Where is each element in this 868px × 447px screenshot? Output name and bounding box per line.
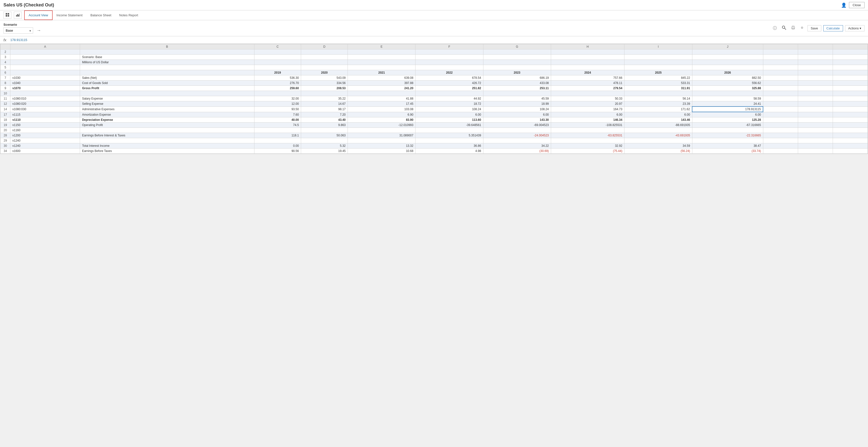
settings-button[interactable]	[799, 25, 806, 31]
cell-value[interactable]: 9.863	[301, 123, 347, 128]
cell-value[interactable]	[301, 138, 347, 143]
cell-value[interactable]: 56.14	[624, 96, 692, 101]
cell-value[interactable]: 7.60	[254, 112, 301, 117]
scenario-select[interactable]: Base	[3, 27, 33, 34]
info-button[interactable]: ⓘ	[771, 25, 778, 31]
cell-value[interactable]	[415, 138, 483, 143]
cell-value[interactable]	[551, 91, 624, 96]
cell-value[interactable]	[551, 55, 624, 60]
cell-value[interactable]: 143.30	[483, 117, 551, 123]
cell-value[interactable]	[483, 65, 551, 70]
cell-value[interactable]: 18.99	[483, 101, 551, 107]
cell-value[interactable]: 44.92	[415, 96, 483, 101]
cell-value[interactable]: 5.32	[301, 143, 347, 149]
cell-value[interactable]: -67.316665	[692, 123, 763, 128]
cell-value[interactable]: 6.00	[483, 112, 551, 117]
cell-value[interactable]	[415, 60, 483, 65]
cell-value[interactable]: 6.00	[624, 112, 692, 117]
cell-value[interactable]: 32.00	[254, 96, 301, 101]
cell-value[interactable]: 74.5	[254, 123, 301, 128]
cell-value[interactable]	[692, 128, 763, 133]
cell-value[interactable]: 882.50	[692, 76, 763, 81]
cell-value[interactable]: 45.59	[483, 96, 551, 101]
cell-value[interactable]: 43.40	[301, 117, 347, 123]
cell-value[interactable]	[483, 138, 551, 143]
cell-value[interactable]: 686.19	[483, 76, 551, 81]
cell-value[interactable]: 108.24	[415, 107, 483, 112]
cell-value[interactable]: 19.45	[301, 149, 347, 154]
cell-value[interactable]: 34.59	[624, 143, 692, 149]
cell-value[interactable]: 93.50	[254, 107, 301, 112]
cell-value[interactable]: 23.39	[624, 101, 692, 107]
cell-value[interactable]	[624, 138, 692, 143]
cell-value[interactable]	[415, 65, 483, 70]
cell-value[interactable]: 543.09	[301, 76, 347, 81]
actions-button[interactable]: Actions ▾	[845, 25, 865, 31]
cell-value[interactable]: 208.53	[301, 86, 347, 91]
cell-value[interactable]: 58.59	[692, 96, 763, 101]
cell-value[interactable]	[551, 128, 624, 133]
cell-value[interactable]: 6.00	[692, 112, 763, 117]
cell-value[interactable]: 103.08	[348, 107, 415, 112]
cell-value[interactable]	[348, 65, 415, 70]
cell-value[interactable]	[483, 60, 551, 65]
cell-value[interactable]	[348, 60, 415, 65]
cell-value[interactable]: 426.72	[415, 81, 483, 86]
cell-value[interactable]	[692, 50, 763, 55]
tab-income-statement[interactable]: Income Statement	[53, 10, 87, 20]
cell-value[interactable]: 50.063	[301, 133, 347, 138]
cell-value[interactable]: 433.08	[483, 81, 551, 86]
cell-value[interactable]	[692, 65, 763, 70]
cell-value[interactable]: 40.00	[254, 117, 301, 123]
tab-account-view[interactable]: Account View	[24, 10, 53, 20]
cell-value[interactable]: 146.34	[551, 117, 624, 123]
cell-value[interactable]	[483, 91, 551, 96]
grid-view-button[interactable]	[3, 11, 11, 19]
cell-value[interactable]	[624, 50, 692, 55]
cell-value[interactable]: 478.11	[551, 81, 624, 86]
cell-value[interactable]: 251.82	[415, 86, 483, 91]
cell-value[interactable]	[692, 60, 763, 65]
cell-value[interactable]: 533.31	[624, 81, 692, 86]
cell-value[interactable]	[348, 50, 415, 55]
cell-value[interactable]	[254, 138, 301, 143]
cell-value[interactable]: 536.30	[254, 76, 301, 81]
cell-value[interactable]: 24.41	[692, 101, 763, 107]
cell-value[interactable]: (56.24)	[624, 149, 692, 154]
cell-value[interactable]: 0.00	[254, 143, 301, 149]
cell-value[interactable]	[624, 65, 692, 70]
cell-value[interactable]: 6.00	[415, 112, 483, 117]
cell-value[interactable]: 13.32	[348, 143, 415, 149]
cell-value[interactable]	[301, 55, 347, 60]
cell-value[interactable]: 98.17	[301, 107, 347, 112]
cell-value[interactable]: 18.72	[415, 101, 483, 107]
cell-value[interactable]: 38.47	[692, 143, 763, 149]
cell-value[interactable]	[483, 128, 551, 133]
cell-value[interactable]	[348, 91, 415, 96]
cell-value[interactable]: -69.004523	[483, 123, 551, 128]
cell-value[interactable]	[254, 128, 301, 133]
cell-value[interactable]: 12.00	[254, 101, 301, 107]
cell-value[interactable]: 334.56	[301, 81, 347, 86]
cell-value[interactable]: -12.010993	[348, 123, 415, 128]
search-button[interactable]	[780, 25, 788, 31]
cell-value[interactable]: -63.825531	[551, 133, 624, 138]
cell-value[interactable]	[483, 50, 551, 55]
scenario-arrow-button[interactable]: →	[35, 27, 42, 34]
cell-value[interactable]: (75.44)	[551, 149, 624, 154]
cell-value[interactable]: 20.97	[551, 101, 624, 107]
cell-value[interactable]: 14.67	[301, 101, 347, 107]
cell-value[interactable]: 639.08	[348, 76, 415, 81]
cell-value[interactable]: 276.70	[254, 81, 301, 86]
cell-value[interactable]: 90.56	[254, 149, 301, 154]
cell-value[interactable]: 279.54	[551, 86, 624, 91]
cell-value[interactable]: 4.98	[415, 149, 483, 154]
cell-value[interactable]: 757.66	[551, 76, 624, 81]
cell-value[interactable]: 31.089007	[348, 133, 415, 138]
close-button[interactable]: Close	[849, 2, 865, 8]
cell-value[interactable]: 2023	[483, 70, 551, 76]
cell-value[interactable]: 36.86	[415, 143, 483, 149]
cell-value[interactable]	[301, 128, 347, 133]
cell-value[interactable]: 164.73	[551, 107, 624, 112]
cell-value[interactable]: 259.60	[254, 86, 301, 91]
